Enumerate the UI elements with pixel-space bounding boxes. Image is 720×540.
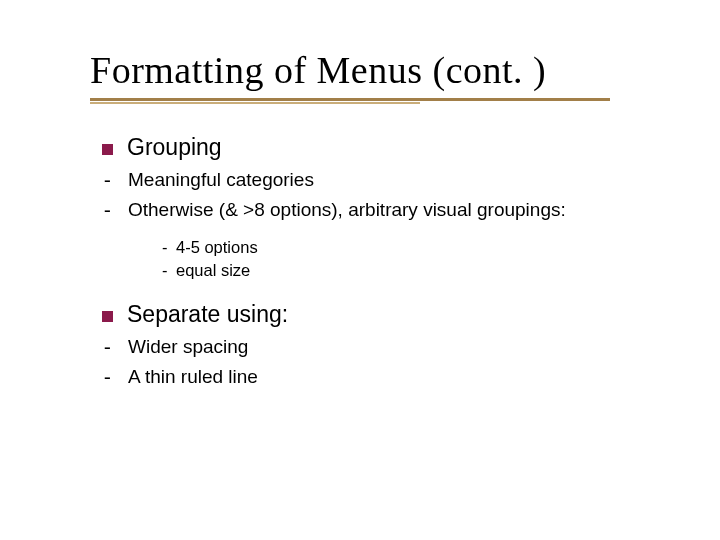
nested-text: 4-5 options [176, 236, 258, 258]
dash-bullet-icon: - [162, 236, 176, 258]
dash-bullet-icon: - [104, 335, 116, 358]
dash-bullet-icon: - [104, 365, 116, 388]
slide-title: Formatting of Menus (cont. ) [90, 48, 670, 92]
slide: Formatting of Menus (cont. ) Grouping - … [0, 0, 720, 540]
slide-body: Grouping - Meaningful categories - Other… [102, 132, 670, 389]
nested-item: - equal size [162, 259, 670, 281]
item-text: Wider spacing [128, 334, 248, 360]
heading-text: Separate using: [127, 299, 288, 330]
subbullet-otherwise: - Otherwise (& >8 options), arbitrary vi… [102, 197, 670, 223]
item-text: A thin ruled line [128, 364, 258, 390]
subbullet-wider-spacing: - Wider spacing [102, 334, 670, 360]
square-bullet-icon [102, 144, 113, 155]
nested-text: equal size [176, 259, 250, 281]
dash-bullet-icon: - [162, 259, 176, 281]
title-rule [90, 98, 670, 104]
heading-text: Grouping [127, 132, 222, 163]
item-text: Meaningful categories [128, 167, 314, 193]
nested-item: - 4-5 options [162, 236, 670, 258]
bullet-separate: Separate using: [102, 299, 670, 330]
nested-list: - 4-5 options - equal size [162, 236, 670, 281]
dash-bullet-icon: - [104, 168, 116, 191]
subbullet-meaningful: - Meaningful categories [102, 167, 670, 193]
subbullet-thin-line: - A thin ruled line [102, 364, 670, 390]
bullet-grouping: Grouping [102, 132, 670, 163]
dash-bullet-icon: - [104, 198, 116, 221]
square-bullet-icon [102, 311, 113, 322]
item-text: Otherwise (& >8 options), arbitrary visu… [128, 197, 566, 223]
